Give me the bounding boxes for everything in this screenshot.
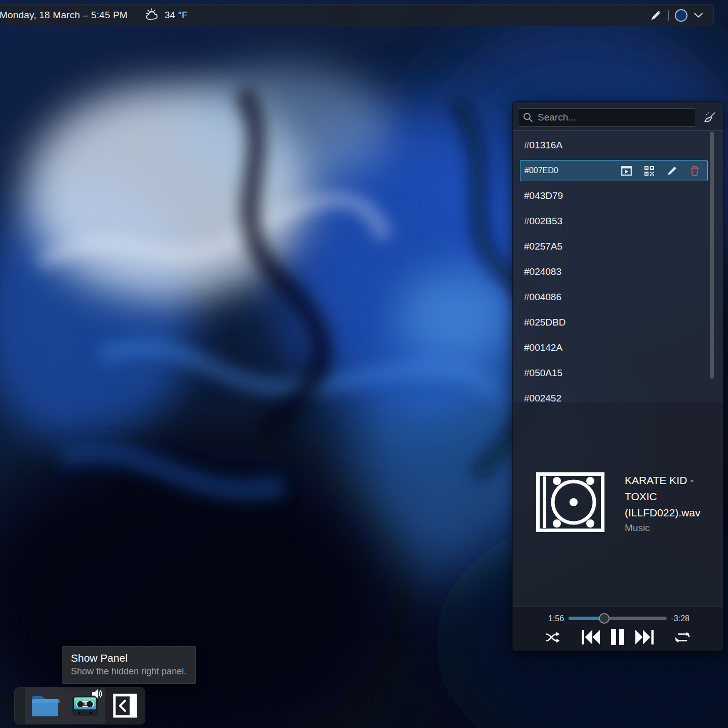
clipboard-item-label: #025DBD <box>524 317 565 328</box>
pause-button[interactable] <box>611 629 624 645</box>
clipboard-item-label: #002B53 <box>524 216 562 227</box>
clipboard-item-selected-wrap: #007ED0 <box>513 158 723 183</box>
search-input[interactable] <box>518 108 696 127</box>
clipboard-item-label: #007ED0 <box>524 166 558 175</box>
system-tray-popup: #01316A #007ED0 <box>512 101 723 651</box>
seek-slider-handle[interactable] <box>599 613 610 624</box>
clipboard-item[interactable]: #002452 <box>513 386 723 402</box>
broom-icon <box>703 111 716 124</box>
media-title: KARATE KID - TOXIC (ILLFD022).wav <box>625 472 715 521</box>
folder-icon <box>30 694 60 718</box>
search-box <box>518 108 696 127</box>
show-panel-tooltip: Show Panel Show the hidden right panel. <box>62 646 196 684</box>
media-buttons-row <box>513 629 723 645</box>
album-art-placeholder-icon <box>536 472 604 532</box>
clipboard-item-actions <box>621 165 700 176</box>
next-button[interactable] <box>635 630 654 644</box>
clipboard-item[interactable]: #004086 <box>513 285 723 310</box>
clipboard-item[interactable]: #01316A <box>513 133 723 158</box>
edit-pencil-icon <box>667 166 677 176</box>
color-swatch[interactable] <box>675 9 687 22</box>
show-panel-button[interactable] <box>105 687 145 724</box>
show-panel-icon <box>113 694 137 718</box>
clipboard-item-label: #01316A <box>524 140 562 151</box>
time-elapsed: 1:56 <box>548 614 564 623</box>
top-panel: Monday, 18 March – 5:45 PM 34 °F <box>0 4 714 26</box>
shuffle-icon <box>546 631 561 644</box>
time-remaining: -3:28 <box>671 614 690 623</box>
clipboard-item[interactable]: #024083 <box>513 259 723 285</box>
next-icon <box>635 630 654 644</box>
invoke-action-button[interactable] <box>621 165 632 176</box>
delete-item-button[interactable] <box>689 165 700 176</box>
media-metadata: KARATE KID - TOXIC (ILLFD022).wav Music <box>625 472 715 534</box>
clipboard-item-label: #0257A5 <box>524 241 562 252</box>
trash-icon <box>690 166 700 176</box>
previous-button[interactable] <box>582 630 600 644</box>
taskbar-item-audio-player[interactable] <box>65 687 105 724</box>
repeat-icon <box>674 631 691 643</box>
scrollbar-track <box>707 133 707 402</box>
clipboard-item[interactable]: #050A15 <box>513 360 723 386</box>
scrollbar-handle[interactable] <box>710 132 714 379</box>
weather-temperature: 34 °F <box>165 10 188 21</box>
clear-history-button[interactable] <box>702 109 718 126</box>
media-subtitle: Music <box>625 522 715 534</box>
clipboard-search-row <box>518 108 718 127</box>
clipboard-item[interactable]: #00142A <box>513 335 723 360</box>
repeat-button[interactable] <box>674 631 691 643</box>
clipboard-item-label: #002452 <box>524 393 561 402</box>
tooltip-subtitle: Show the hidden right panel. <box>71 666 186 677</box>
clipboard-item-label: #004086 <box>524 292 561 303</box>
media-player-widget: KARATE KID - TOXIC (ILLFD022).wav Music <box>536 472 716 534</box>
qr-code-icon <box>644 166 655 176</box>
clipboard-item-label: #043D79 <box>524 190 563 201</box>
seek-slider[interactable] <box>569 613 666 624</box>
taskbar-item-file-manager[interactable] <box>25 687 65 724</box>
pause-icon <box>611 629 624 645</box>
shuffle-button[interactable] <box>546 631 561 644</box>
toolbar-separator <box>668 10 669 21</box>
audio-volume-icon <box>92 689 102 699</box>
pencil-icon[interactable] <box>650 10 662 21</box>
sun-behind-cloud-icon <box>145 8 160 22</box>
clipboard-item-selected[interactable]: #007ED0 <box>520 160 708 181</box>
bottom-panel <box>14 687 145 724</box>
edit-contents-button[interactable] <box>666 165 677 176</box>
media-controls: 1:56 -3:28 <box>513 606 723 651</box>
search-icon <box>522 112 534 123</box>
clock-date-time[interactable]: Monday, 18 March – 5:45 PM <box>0 10 128 21</box>
previous-icon <box>582 630 600 644</box>
clipboard-history-list: #01316A #007ED0 <box>513 130 723 402</box>
chevron-down-icon[interactable] <box>694 12 703 18</box>
clipboard-item-label: #024083 <box>524 266 561 277</box>
show-qr-button[interactable] <box>643 165 655 176</box>
clipboard-item[interactable]: #025DBD <box>513 310 723 335</box>
clipboard-item-label: #050A15 <box>524 368 562 379</box>
invoke-action-icon <box>621 166 632 176</box>
seek-row: 1:56 -3:28 <box>513 613 723 624</box>
weather-widget[interactable]: 34 °F <box>145 8 188 22</box>
clipboard-item[interactable]: #002B53 <box>513 209 723 234</box>
clipboard-item[interactable]: #043D79 <box>513 183 723 209</box>
tooltip-title: Show Panel <box>71 652 186 664</box>
clipboard-item-label: #00142A <box>524 342 562 353</box>
clipboard-item[interactable]: #0257A5 <box>513 234 723 259</box>
